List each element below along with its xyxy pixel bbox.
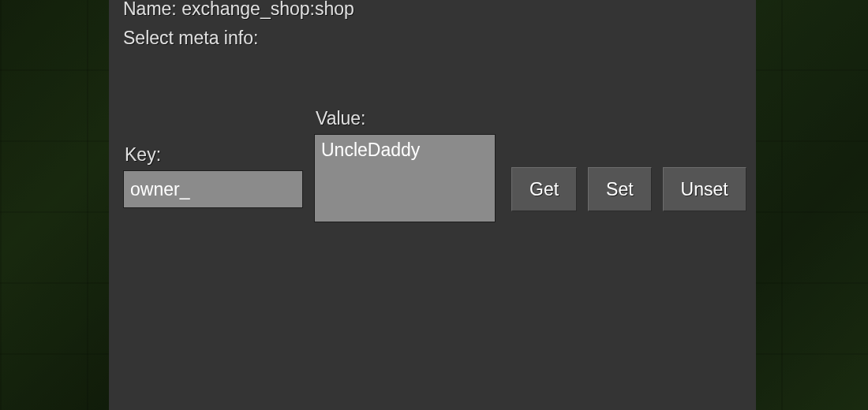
get-button[interactable]: Get	[511, 167, 577, 211]
value-label: Value:	[316, 108, 366, 129]
meta-edit-row: Key: Value: Get Set Unset	[123, 167, 742, 211]
key-input[interactable]	[123, 170, 303, 208]
name-value: exchange_shop:shop	[181, 0, 354, 19]
value-textarea[interactable]	[314, 134, 496, 222]
meta-select-label: Select meta info:	[123, 28, 742, 49]
unset-button[interactable]: Unset	[663, 167, 746, 211]
set-button[interactable]: Set	[588, 167, 652, 211]
key-field-wrap: Key:	[123, 170, 303, 208]
name-label: Name:	[123, 0, 177, 19]
meta-editor-panel: Name: exchange_shop:shop Select meta inf…	[109, 0, 756, 410]
node-name-line: Name: exchange_shop:shop	[123, 0, 742, 18]
value-field-wrap: Value:	[314, 156, 496, 222]
key-label: Key:	[125, 144, 161, 166]
